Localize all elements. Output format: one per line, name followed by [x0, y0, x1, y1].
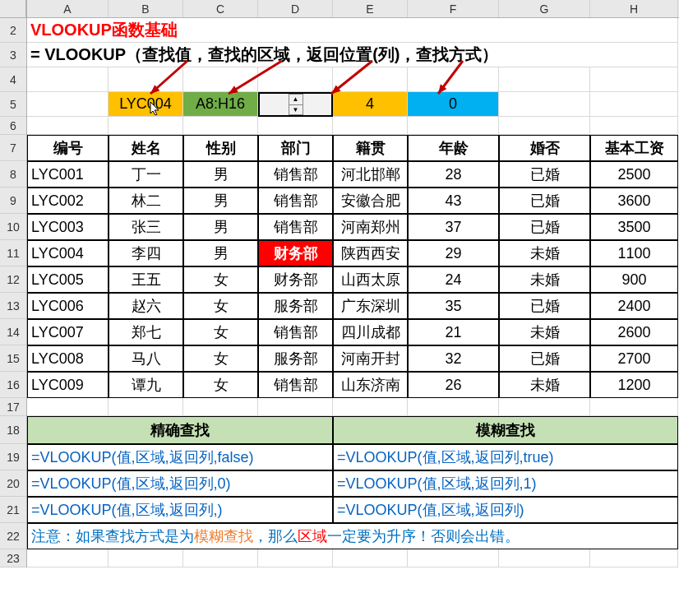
data-cell-2-3[interactable]: 销售部: [258, 214, 333, 240]
data-cell-3-3[interactable]: 财务部: [258, 240, 333, 266]
cell-4-D[interactable]: [258, 67, 333, 92]
data-cell-6-5[interactable]: 21: [408, 319, 499, 345]
corner-cell[interactable]: [0, 0, 26, 18]
data-cell-8-7[interactable]: 1200: [590, 372, 678, 398]
table-header-4[interactable]: 籍贯: [333, 135, 408, 161]
row-header-3[interactable]: 3: [0, 43, 26, 67]
row-header-5[interactable]: 5: [0, 92, 26, 117]
data-cell-4-3[interactable]: 财务部: [258, 266, 333, 293]
row-header-10[interactable]: 10: [0, 214, 26, 240]
data-cell-3-1[interactable]: 李四: [109, 240, 183, 266]
data-cell-7-6[interactable]: 已婚: [499, 345, 590, 372]
data-cell-5-3[interactable]: 服务部: [258, 293, 333, 319]
data-cell-5-0[interactable]: LYC006: [27, 293, 109, 319]
param-table-array[interactable]: A8:H16: [183, 92, 258, 117]
row-header-19[interactable]: 19: [0, 444, 26, 470]
cell-5-A[interactable]: [27, 92, 109, 117]
row-header-14[interactable]: 14: [0, 319, 26, 345]
exact-formula-2[interactable]: =VLOOKUP(值,区域,返回列,): [27, 497, 333, 523]
data-cell-1-6[interactable]: 已婚: [499, 188, 590, 214]
col-header-A[interactable]: A: [27, 0, 109, 17]
data-cell-7-0[interactable]: LYC008: [27, 345, 109, 372]
data-cell-4-6[interactable]: 未婚: [499, 266, 590, 293]
data-cell-5-4[interactable]: 广东深圳: [333, 293, 408, 319]
data-cell-8-6[interactable]: 未婚: [499, 372, 590, 398]
cell-4-H[interactable]: [590, 67, 678, 92]
row-header-13[interactable]: 13: [0, 293, 26, 319]
data-cell-5-2[interactable]: 女: [183, 293, 258, 319]
data-cell-7-1[interactable]: 马八: [109, 345, 183, 372]
cell-23-D[interactable]: [258, 549, 333, 567]
data-cell-5-7[interactable]: 2400: [590, 293, 678, 319]
table-header-5[interactable]: 年龄: [408, 135, 499, 161]
cell-17-B[interactable]: [109, 398, 183, 416]
col-header-D[interactable]: D: [258, 0, 333, 17]
cell-17-F[interactable]: [408, 398, 499, 416]
col-header-F[interactable]: F: [408, 0, 499, 17]
spinner-control[interactable]: ▲▼: [289, 94, 303, 115]
data-cell-6-3[interactable]: 销售部: [258, 319, 333, 345]
param-range-lookup[interactable]: 0: [408, 92, 499, 117]
row-header-2[interactable]: 2: [0, 18, 26, 43]
data-cell-6-6[interactable]: 未婚: [499, 319, 590, 345]
data-cell-4-0[interactable]: LYC005: [27, 266, 109, 293]
data-cell-7-3[interactable]: 服务部: [258, 345, 333, 372]
data-cell-8-3[interactable]: 销售部: [258, 372, 333, 398]
col-header-E[interactable]: E: [333, 0, 408, 17]
table-header-3[interactable]: 部门: [258, 135, 333, 161]
note-cell[interactable]: 注意：如果查找方式是为模糊查找，那么区域一定要为升序！否则会出错。: [27, 523, 678, 549]
data-cell-3-5[interactable]: 29: [408, 240, 499, 266]
data-cell-8-1[interactable]: 谭九: [109, 372, 183, 398]
fuzzy-formula-0[interactable]: =VLOOKUP(值,区域,返回列,true): [333, 444, 678, 470]
row-header-15[interactable]: 15: [0, 345, 26, 372]
data-cell-3-4[interactable]: 陕西西安: [333, 240, 408, 266]
cell-6-A[interactable]: [27, 117, 109, 135]
exact-formula-1[interactable]: =VLOOKUP(值,区域,返回列,0): [27, 470, 333, 497]
cell-17-A[interactable]: [27, 398, 109, 416]
cell-6-C[interactable]: [183, 117, 258, 135]
cell-17-G[interactable]: [499, 398, 590, 416]
data-cell-5-6[interactable]: 已婚: [499, 293, 590, 319]
cell-23-E[interactable]: [333, 549, 408, 567]
exact-lookup-header[interactable]: 精确查找: [27, 416, 333, 444]
data-cell-0-7[interactable]: 2500: [590, 161, 678, 188]
cell-4-B[interactable]: [109, 67, 183, 92]
cell-6-E[interactable]: [333, 117, 408, 135]
data-cell-4-5[interactable]: 24: [408, 266, 499, 293]
table-header-2[interactable]: 性别: [183, 135, 258, 161]
row-header-23[interactable]: 23: [0, 549, 26, 567]
row-header-11[interactable]: 11: [0, 240, 26, 266]
data-cell-6-7[interactable]: 2600: [590, 319, 678, 345]
param-col-index[interactable]: 4: [333, 92, 408, 117]
data-cell-1-0[interactable]: LYC002: [27, 188, 109, 214]
row-header-9[interactable]: 9: [0, 188, 26, 214]
row-header-20[interactable]: 20: [0, 470, 26, 497]
data-cell-8-0[interactable]: LYC009: [27, 372, 109, 398]
param-col-index-spinner[interactable]: ▲▼: [258, 92, 333, 117]
cell-6-H[interactable]: [590, 117, 678, 135]
data-cell-1-1[interactable]: 林二: [109, 188, 183, 214]
data-cell-2-7[interactable]: 3500: [590, 214, 678, 240]
data-cell-3-0[interactable]: LYC004: [27, 240, 109, 266]
spinner-up-icon[interactable]: ▲: [289, 95, 303, 105]
data-cell-7-5[interactable]: 32: [408, 345, 499, 372]
col-header-C[interactable]: C: [183, 0, 258, 17]
data-cell-2-5[interactable]: 37: [408, 214, 499, 240]
cell-6-G[interactable]: [499, 117, 590, 135]
data-cell-8-2[interactable]: 女: [183, 372, 258, 398]
data-cell-5-5[interactable]: 35: [408, 293, 499, 319]
data-cell-2-2[interactable]: 男: [183, 214, 258, 240]
fuzzy-formula-2[interactable]: =VLOOKUP(值,区域,返回列): [333, 497, 678, 523]
data-cell-6-0[interactable]: LYC007: [27, 319, 109, 345]
data-cell-6-2[interactable]: 女: [183, 319, 258, 345]
data-cell-3-2[interactable]: 男: [183, 240, 258, 266]
cell-4-G[interactable]: [499, 67, 590, 92]
data-cell-0-5[interactable]: 28: [408, 161, 499, 188]
row-header-4[interactable]: 4: [0, 67, 26, 92]
data-cell-3-7[interactable]: 1100: [590, 240, 678, 266]
col-header-H[interactable]: H: [590, 0, 678, 17]
data-cell-6-1[interactable]: 郑七: [109, 319, 183, 345]
cell-4-C[interactable]: [183, 67, 258, 92]
data-cell-7-4[interactable]: 河南开封: [333, 345, 408, 372]
data-cell-0-2[interactable]: 男: [183, 161, 258, 188]
